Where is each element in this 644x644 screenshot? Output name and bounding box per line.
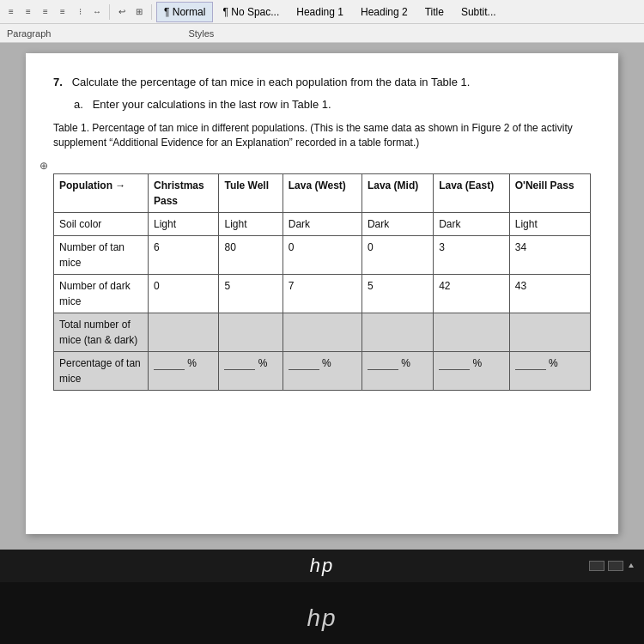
percent-input-5[interactable] <box>515 357 546 370</box>
ribbon-style-title[interactable]: Title <box>417 2 452 22</box>
table-caption: Table 1. Percentage of tan mice in diffe… <box>53 121 591 150</box>
format-icon-1: ≡ <box>3 4 19 20</box>
svg-marker-0 <box>629 563 634 568</box>
table-cell-4-4[interactable]: % <box>434 352 510 391</box>
question-7: 7. Calculate the percentage of tan mice … <box>53 74 591 91</box>
table-cell-3-5 <box>509 313 590 352</box>
table-cell-1-1: 80 <box>219 236 283 275</box>
taskbar-icons-right <box>589 561 635 571</box>
sub-text: Enter your calculations in the last row … <box>93 98 331 111</box>
table-cell-3-4 <box>434 313 510 352</box>
data-table: Population →ChristmasPassTule WellLava (… <box>53 173 591 391</box>
taskbar-window-icon-2[interactable] <box>608 561 623 571</box>
styles-label: Styles <box>188 28 214 39</box>
ribbon-style-heading2[interactable]: Heading 2 <box>353 2 416 22</box>
table-cell-4-0[interactable]: % <box>149 352 219 391</box>
table-header-1: ChristmasPass <box>149 174 219 213</box>
table-cell-2-3: 5 <box>361 275 433 313</box>
taskbar-window-icon-1[interactable] <box>589 561 605 571</box>
table-left-marker: ⊕ <box>39 158 48 173</box>
table-header-6: O'Neill Pass <box>509 174 590 213</box>
table-cell-3-1 <box>219 313 283 352</box>
sub-question-a: a. Enter your calculations in the last r… <box>74 96 591 113</box>
table-cell-0-3: Dark <box>361 213 433 236</box>
taskbar-up-icon[interactable] <box>627 561 635 571</box>
table-cell-1-0: 6 <box>149 236 219 275</box>
table-header-0: Population → <box>54 174 149 213</box>
document-area: 7. Calculate the percentage of tan mice … <box>0 43 644 550</box>
format-icon-4: ≡ <box>55 4 70 20</box>
table-header-3: Lava (West) <box>283 174 361 213</box>
percent-input-4[interactable] <box>439 357 470 370</box>
percent-input-3[interactable] <box>368 357 398 370</box>
table-header-5: Lava (East) <box>434 174 510 213</box>
document-page: 7. Calculate the percentage of tan mice … <box>26 53 618 534</box>
table-cell-0-5: Light <box>509 213 590 236</box>
table-cell-0-0: Light <box>149 213 219 236</box>
list-icon: ⁝ <box>72 4 88 20</box>
table-cell-0-2: Dark <box>283 213 361 236</box>
table-cell-4-3[interactable]: % <box>361 352 433 391</box>
table-header-2: Tule Well <box>219 174 283 213</box>
percent-input-2[interactable] <box>289 357 319 370</box>
brand-logo: hp <box>310 555 334 577</box>
sub-label: a. <box>74 98 83 111</box>
hp-logo-bottom: hp <box>307 605 337 632</box>
table-cell-3-3 <box>361 313 433 352</box>
table-cell-3-0 <box>149 313 219 352</box>
ribbon-style-heading1[interactable]: Heading 1 <box>289 2 351 22</box>
ribbon-style-normal[interactable]: ¶ Normal <box>156 2 213 22</box>
table-cell-2-4: 42 <box>434 275 510 313</box>
format-icon-3: ≡ <box>38 4 53 20</box>
question-body: Calculate the percentage of tan mice in … <box>72 76 471 88</box>
table-cell-2-0: 0 <box>149 275 219 313</box>
ribbon-row2: Paragraph Styles <box>0 24 644 43</box>
ribbon-style-nospac[interactable]: ¶ No Spac... <box>215 2 287 22</box>
table-cell-1-2: 0 <box>283 236 361 275</box>
paragraph-label: Paragraph <box>7 28 51 39</box>
table-cell-1-3: 0 <box>361 236 433 275</box>
table-cell-4-2[interactable]: % <box>283 352 361 391</box>
separator-1 <box>109 4 110 20</box>
table-header-4: Lava (Mid) <box>361 174 433 213</box>
table-cell-4-5[interactable]: % <box>509 352 590 391</box>
table-row-label-3: Total number of mice (tan & dark) <box>54 313 149 352</box>
separator-2 <box>151 4 152 20</box>
format-icon-5: ⊞ <box>131 4 147 20</box>
laptop-bezel: hp <box>0 582 644 644</box>
ribbon-styles-bar: ≡ ≡ ≡ ≡ ⁝ ↔ ↩ ⊞ ¶ Normal¶ No Spac...Head… <box>0 0 644 24</box>
table-caption-text: Table 1. Percentage of tan mice in diffe… <box>53 122 573 149</box>
table-cell-0-4: Dark <box>434 213 510 236</box>
table-row-label-0: Soil color <box>54 213 149 236</box>
percent-input-0[interactable] <box>154 357 185 370</box>
table-cell-3-2 <box>283 313 361 352</box>
undo-icon[interactable]: ↩ <box>114 4 130 20</box>
ribbon-style-subtit[interactable]: Subtit... <box>453 2 504 22</box>
table-row-label-1: Number of tan mice <box>54 236 149 275</box>
question-number: 7. <box>53 76 63 88</box>
table-cell-2-2: 7 <box>283 275 361 313</box>
table-cell-2-5: 43 <box>509 275 590 313</box>
table-row-label-2: Number of dark mice <box>54 275 149 313</box>
percent-input-1[interactable] <box>224 357 255 370</box>
table-cell-1-4: 3 <box>434 236 510 275</box>
indent-icon: ↔ <box>89 4 105 20</box>
format-icon-2: ≡ <box>21 4 36 20</box>
table-cell-1-5: 34 <box>509 236 590 275</box>
table-row-label-4: Percentage of tan mice <box>54 352 149 391</box>
table-cell-4-1[interactable]: % <box>219 352 283 391</box>
table-cell-2-1: 5 <box>219 275 283 313</box>
table-cell-0-1: Light <box>219 213 283 236</box>
taskbar: hp <box>0 550 644 582</box>
